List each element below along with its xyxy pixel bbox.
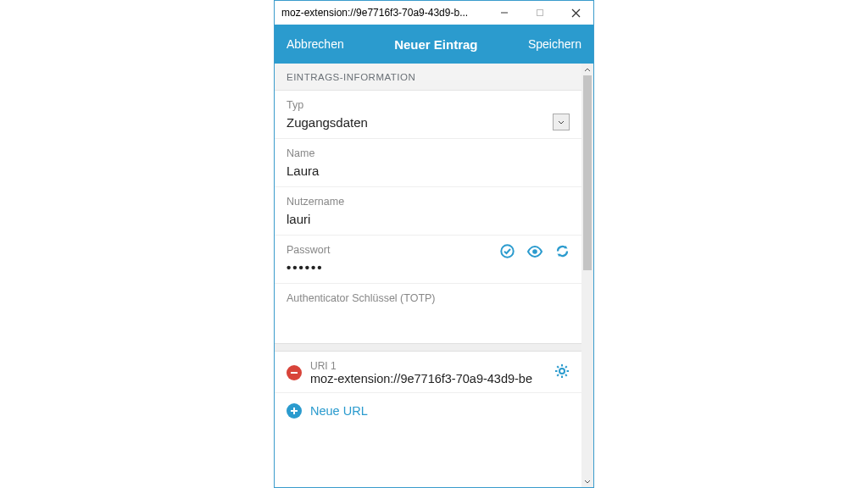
password-value[interactable]: •••••• xyxy=(287,258,570,278)
section-header-info: EINTRAGS-INFORMATION xyxy=(275,64,581,91)
totp-input[interactable] xyxy=(287,307,570,326)
svg-line-16 xyxy=(557,374,559,376)
svg-line-14 xyxy=(557,366,559,368)
section-divider xyxy=(275,343,581,352)
uri-body[interactable]: URI 1 moz-extension://9e7716f3-70a9-43d9… xyxy=(310,360,546,385)
name-input[interactable] xyxy=(287,162,570,181)
type-select[interactable]: Zugangsdaten xyxy=(287,114,570,133)
totp-label: Authenticator Schlüssel (TOTP) xyxy=(287,292,570,304)
save-button[interactable]: Speichern xyxy=(516,37,593,51)
add-url-button[interactable]: Neue URL xyxy=(275,392,581,429)
minimize-button[interactable] xyxy=(487,1,522,25)
content-wrap: EINTRAGS-INFORMATION Typ Zugangsdaten Na… xyxy=(275,64,593,487)
plus-icon xyxy=(287,403,302,419)
refresh-icon[interactable] xyxy=(555,244,570,258)
cancel-button[interactable]: Abbrechen xyxy=(275,37,356,51)
scroll-down-icon[interactable] xyxy=(581,475,593,487)
uri-label: URI 1 xyxy=(310,360,546,372)
eye-icon[interactable] xyxy=(526,244,543,258)
type-value: Zugangsdaten xyxy=(287,114,570,133)
scrollbar[interactable] xyxy=(581,64,593,487)
app-header: Abbrechen Neuer Eintrag Speichern xyxy=(275,25,593,64)
remove-icon[interactable] xyxy=(287,365,302,380)
password-actions xyxy=(500,244,570,258)
scroll-thumb[interactable] xyxy=(583,75,592,270)
scroll-track[interactable] xyxy=(581,75,593,475)
svg-line-17 xyxy=(565,366,567,368)
svg-rect-1 xyxy=(537,10,543,16)
header-title: Neuer Eintrag xyxy=(356,37,516,52)
add-url-label: Neue URL xyxy=(310,404,368,418)
window-title: moz-extension://9e7716f3-70a9-43d9-b... xyxy=(281,7,487,19)
form-content: EINTRAGS-INFORMATION Typ Zugangsdaten Na… xyxy=(275,64,593,487)
username-input[interactable] xyxy=(287,210,570,230)
username-label: Nutzername xyxy=(287,196,570,208)
field-name: Name xyxy=(275,139,581,187)
chevron-down-icon[interactable] xyxy=(553,114,570,130)
field-uri: URI 1 moz-extension://9e7716f3-70a9-43d9… xyxy=(275,352,581,392)
uri-value: moz-extension://9e7716f3-70a9-43d9-be xyxy=(310,372,546,385)
app-window: moz-extension://9e7716f3-70a9-43d9-b... … xyxy=(274,0,594,488)
svg-line-15 xyxy=(565,374,567,376)
close-button[interactable] xyxy=(558,1,593,25)
scroll-up-icon[interactable] xyxy=(581,64,593,75)
gear-icon[interactable] xyxy=(554,363,570,382)
title-bar: moz-extension://9e7716f3-70a9-43d9-b... xyxy=(275,1,593,25)
field-totp: Authenticator Schlüssel (TOTP) xyxy=(275,284,581,343)
name-label: Name xyxy=(287,147,570,159)
field-username: Nutzername xyxy=(275,187,581,236)
field-password: Passwort •••••• xyxy=(275,236,581,284)
maximize-button[interactable] xyxy=(522,1,558,25)
type-label: Typ xyxy=(287,99,570,111)
window-controls xyxy=(487,1,593,25)
check-icon[interactable] xyxy=(500,244,515,258)
field-type: Typ Zugangsdaten xyxy=(275,91,581,139)
svg-point-5 xyxy=(532,249,537,254)
svg-point-9 xyxy=(559,369,565,374)
